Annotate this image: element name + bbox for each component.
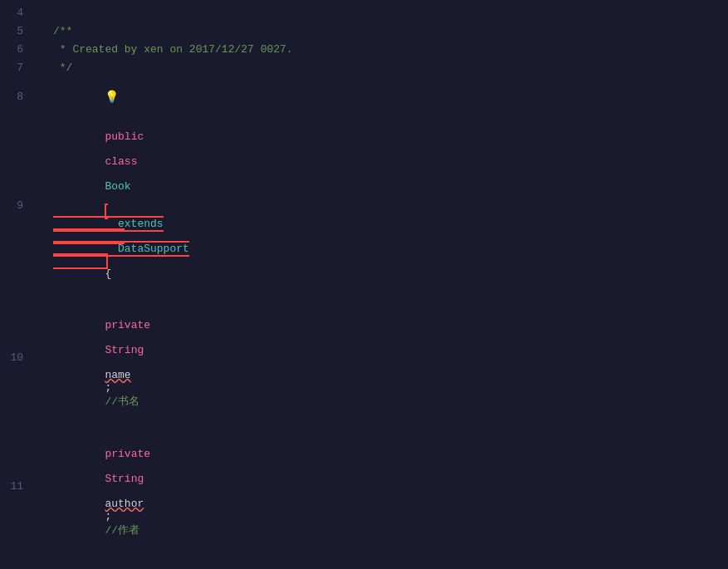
space	[105, 168, 111, 180]
field-name: name	[105, 369, 130, 381]
code-editor: 4 5 /** 6 * Created by xen on 2017/12/27…	[0, 0, 728, 569]
line-9: 9 public class Book extends DataSupport …	[0, 117, 728, 293]
keyword-private-2: private	[105, 448, 150, 460]
space	[105, 143, 111, 155]
field-author: author	[105, 498, 144, 510]
code-content-10: private String name ; //书名	[50, 294, 728, 421]
code-area: 4 5 /** 6 * Created by xen on 2017/12/27…	[0, 0, 728, 569]
keyword-public: public	[105, 130, 144, 143]
line-number-11: 11	[0, 480, 33, 493]
keyword-extends: extends	[118, 218, 164, 230]
line-12: 12 private int price ; //价钱	[0, 551, 728, 569]
space	[118, 230, 125, 243]
type-string-1: String	[105, 344, 144, 356]
lightbulb-icon: 💡	[105, 91, 119, 104]
line-number-9: 9	[0, 199, 33, 212]
line-5: 5 /**	[0, 22, 728, 40]
line-6: 6 * Created by xen on 2017/12/27 0027.	[0, 40, 728, 58]
line-number-4: 4	[0, 7, 33, 19]
line-7: 7 */	[0, 58, 728, 76]
code-content-11: private String author ; //作者	[50, 423, 728, 550]
code-content-7: */	[50, 61, 728, 74]
line-number-6: 6	[0, 43, 33, 56]
line-number-10: 10	[0, 351, 33, 364]
line-number-5: 5	[0, 25, 33, 37]
extends-highlight: extends DataSupport	[53, 204, 189, 269]
comment-author: //作者	[105, 524, 139, 537]
type-string-2: String	[105, 473, 144, 485]
code-content-9: public class Book extends DataSupport {	[50, 118, 728, 292]
line-number-7: 7	[0, 61, 33, 74]
class-datasupport: DataSupport	[118, 243, 189, 255]
code-content-5: /**	[50, 25, 728, 37]
comment-bookname: //书名	[105, 395, 139, 408]
line-4: 4	[0, 3, 728, 22]
class-name-book: Book	[105, 180, 130, 193]
brace-open: {	[105, 267, 111, 280]
keyword-private-1: private	[105, 319, 150, 331]
line-number-8: 8	[0, 91, 33, 103]
code-content-6: * Created by xen on 2017/12/27 0027.	[50, 43, 728, 56]
keyword-class: class	[105, 155, 137, 168]
line-10: 10 private String name ; //书名	[0, 293, 728, 422]
code-content-12: private int price ; //价钱	[50, 552, 728, 569]
line-8: 8 💡	[0, 76, 728, 117]
line-11: 11 private String author ; //作者	[0, 422, 728, 551]
code-content-8: 💡	[50, 77, 728, 116]
